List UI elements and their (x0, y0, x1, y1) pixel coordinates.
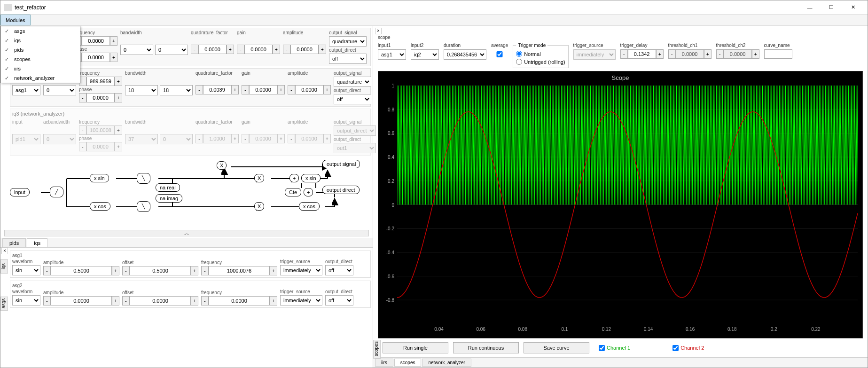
tab-iirs[interactable]: iirs (375, 359, 393, 367)
save-curve-button[interactable]: Save curve (524, 342, 589, 353)
dec-button[interactable]: - (242, 85, 249, 94)
dec-button[interactable]: - (43, 266, 51, 275)
ch1-checkbox[interactable]: Channel 1 (599, 345, 630, 351)
inc-button[interactable]: + (704, 49, 712, 59)
dec-button[interactable]: - (195, 85, 203, 94)
asg1-frequency[interactable] (209, 266, 270, 275)
inc-button[interactable]: + (319, 45, 326, 54)
close-button[interactable]: ✕ (842, 1, 864, 14)
asg1-amplitude[interactable] (51, 266, 112, 275)
menu-item-iirs[interactable]: ✓iirs (1, 64, 80, 73)
iq1-bw2[interactable]: 0 (155, 45, 188, 55)
iq2-amp[interactable] (295, 85, 323, 94)
inc-button[interactable]: + (231, 85, 239, 94)
inc-button[interactable]: + (191, 296, 198, 305)
run-single-button[interactable]: Run single (383, 342, 448, 353)
asg1-offset[interactable] (130, 266, 191, 275)
iq2-phase[interactable] (86, 93, 115, 102)
menu-item-pids[interactable]: ✓pids (1, 45, 80, 55)
menu-modules[interactable]: Modules (0, 15, 31, 25)
tab-pids[interactable]: pids (2, 238, 26, 247)
inc-button[interactable]: + (323, 85, 331, 94)
scope-trigger-delay[interactable] (628, 49, 656, 59)
iq1-bw1[interactable]: 0 (120, 45, 153, 55)
iq2-qf[interactable] (203, 85, 231, 94)
iq1-phase[interactable] (82, 53, 110, 62)
dec-button[interactable]: - (201, 266, 209, 275)
iq2-input[interactable]: asg1 (12, 85, 40, 95)
iq2-bw1[interactable]: 18 (125, 85, 158, 95)
radio-normal[interactable]: Normal (516, 50, 565, 58)
tab-iqs[interactable]: iqs (27, 238, 47, 247)
inc-button[interactable]: + (191, 266, 198, 275)
asg2-amplitude[interactable] (51, 296, 112, 305)
side-label-asgs[interactable]: asgs (0, 297, 8, 311)
inc-button[interactable]: + (227, 45, 234, 54)
asg1-output-direct[interactable]: off (325, 265, 353, 275)
inc-button[interactable]: + (273, 45, 280, 54)
menu-item-scopes[interactable]: ✓scopes (1, 55, 80, 64)
ch2-checkbox[interactable]: Channel 2 (673, 345, 704, 351)
maximize-button[interactable]: ☐ (821, 1, 842, 14)
inc-button[interactable]: + (277, 85, 285, 94)
menu-item-network-analyzer[interactable]: ✓network_analyzer (1, 73, 80, 83)
side-label-scopes[interactable]: scopes (373, 340, 381, 359)
dec-button[interactable]: - (122, 266, 130, 275)
iq2-output-direct[interactable]: off (334, 94, 371, 104)
iq1-qf[interactable] (198, 45, 227, 54)
dec-button[interactable]: - (668, 49, 676, 59)
inc-button[interactable]: + (270, 296, 277, 305)
inc-button[interactable]: + (752, 49, 759, 59)
inc-button[interactable]: + (115, 93, 122, 102)
scope-input2[interactable]: iq2 (411, 49, 439, 60)
iq2-frequency[interactable] (86, 77, 115, 86)
scope-average-check[interactable] (491, 51, 508, 57)
minimize-button[interactable]: — (799, 1, 821, 14)
inc-button[interactable]: + (110, 53, 117, 62)
scope-duration[interactable]: 0.268435456 (444, 49, 486, 60)
iq1-output-direct[interactable]: off (329, 54, 367, 64)
scope-trigger-source[interactable]: immediately (573, 49, 616, 60)
scope-curve-name[interactable] (764, 49, 792, 59)
inc-button[interactable]: + (112, 266, 119, 275)
iq1-frequency[interactable] (82, 36, 110, 46)
iq2-output-signal[interactable]: quadrature (334, 77, 371, 87)
inc-button[interactable]: + (112, 296, 119, 305)
asg2-waveform[interactable]: sin (12, 295, 40, 305)
asg2-trigger[interactable]: immediately (280, 295, 322, 305)
radio-untrigged[interactable]: Untrigged (rolling) (516, 58, 565, 66)
scope-threshold-ch1[interactable] (676, 49, 704, 59)
dec-button[interactable]: - (43, 296, 51, 305)
dec-button[interactable]: - (716, 49, 724, 59)
iq2-bw2[interactable]: 18 (160, 85, 193, 95)
iq1-output-signal[interactable]: quadrature (329, 36, 367, 47)
dec-button[interactable]: - (283, 45, 290, 54)
tab-scopes[interactable]: scopes (394, 359, 422, 367)
scope-threshold-ch2[interactable] (724, 49, 752, 59)
dec-button[interactable]: - (79, 93, 86, 102)
dec-button[interactable]: - (122, 296, 130, 305)
dock-close-asgs[interactable]: × (1, 248, 8, 254)
scope-plot[interactable]: Scope -0.8-0.6-0.4-0.200.20.40.60.81 0.0… (378, 71, 863, 338)
dec-button[interactable]: - (201, 296, 209, 305)
inc-button[interactable]: + (110, 36, 117, 46)
inc-button[interactable]: + (656, 49, 664, 59)
dec-button[interactable]: - (191, 45, 198, 54)
scope-input1[interactable]: asg1 (378, 49, 406, 60)
asg2-offset[interactable] (130, 296, 191, 305)
run-continuous-button[interactable]: Run continuous (453, 342, 519, 353)
asg2-output-direct[interactable]: off (325, 295, 353, 305)
menu-item-iqs[interactable]: ✓iqs (1, 36, 80, 45)
iq1-amp[interactable] (290, 45, 319, 54)
tab-network-analyzer[interactable]: network_analyzer (422, 359, 471, 367)
asg1-trigger[interactable]: immediately (280, 265, 322, 275)
dock-close-scope[interactable]: × (375, 28, 382, 34)
iq2-gain[interactable] (249, 85, 277, 94)
iq1-gain[interactable] (244, 45, 273, 54)
dec-button[interactable]: - (288, 85, 295, 94)
inc-button[interactable]: + (115, 77, 122, 86)
expand-handle[interactable]: ︿ (4, 230, 369, 236)
iq2-acbandwidth[interactable]: 0 (43, 85, 76, 95)
inc-button[interactable]: + (270, 266, 277, 275)
dec-button[interactable]: - (237, 45, 244, 54)
